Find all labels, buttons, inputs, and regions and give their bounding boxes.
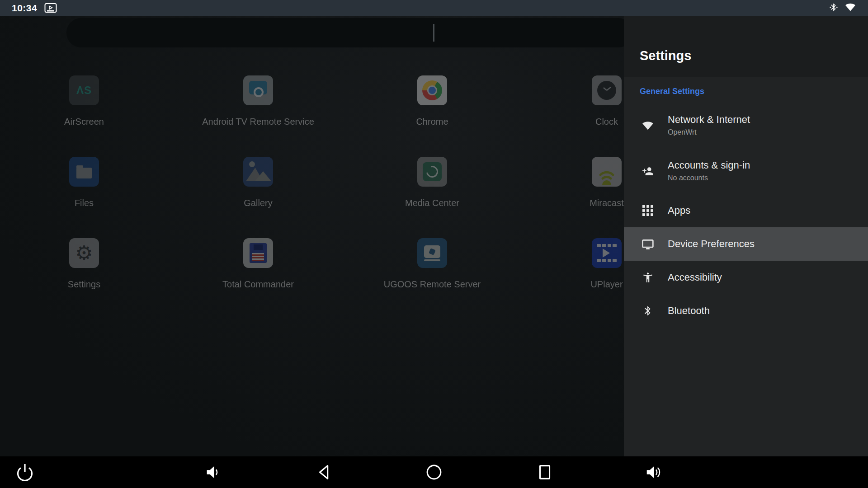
bluetooth-status-icon [829, 3, 838, 14]
wifi-status-icon [844, 2, 856, 14]
settings-item-device-preferences[interactable]: Device Preferences [624, 227, 868, 261]
tv-icon [642, 238, 654, 250]
app-gallery[interactable]: Gallery [190, 157, 326, 208]
app-label: AirScreen [16, 116, 152, 127]
item-sublabel: No accounts [668, 174, 750, 183]
home-button[interactable] [424, 462, 444, 483]
app-label: Files [16, 197, 152, 208]
app-label: Android TV Remote Service [190, 116, 326, 127]
app-ugoos-remote-server[interactable]: UGOOS Remote Server [364, 238, 500, 290]
app-settings[interactable]: ⚙ Settings [16, 238, 152, 290]
ugoos-icon [417, 238, 447, 268]
volume-down-button[interactable] [203, 462, 223, 483]
pip-play-icon [44, 3, 57, 14]
settings-gear-icon: ⚙ [69, 238, 99, 268]
airscreen-icon: ΛS [69, 75, 99, 105]
atv-remote-icon [243, 75, 273, 105]
settings-item-apps[interactable]: Apps [624, 194, 868, 227]
settings-panel-header: Settings [624, 16, 868, 77]
gallery-icon [243, 157, 273, 187]
app-label: Media Center [364, 197, 500, 208]
item-label: Network & Internet [668, 114, 750, 126]
miracast-icon [592, 157, 622, 187]
apps-grid-icon [642, 205, 654, 216]
app-chrome[interactable]: Chrome [364, 75, 500, 127]
recents-button[interactable] [534, 462, 555, 483]
item-label: Device Preferences [668, 238, 755, 250]
settings-item-accounts-sign-in[interactable]: Accounts & sign-in No accounts [624, 148, 868, 194]
settings-item-accessibility[interactable]: Accessibility [624, 261, 868, 294]
volume-up-button[interactable] [643, 462, 665, 483]
section-header-general-settings: General Settings [624, 87, 868, 103]
power-button[interactable] [14, 461, 36, 483]
settings-item-bluetooth[interactable]: Bluetooth [624, 294, 868, 328]
item-label: Apps [668, 205, 690, 216]
bluetooth-icon [642, 305, 654, 317]
accessibility-icon [642, 272, 654, 283]
uplayer-icon [592, 238, 622, 268]
clock-icon [592, 75, 622, 105]
app-airscreen[interactable]: ΛS AirScreen [16, 75, 152, 127]
item-sublabel: OpenWrt [668, 128, 750, 137]
app-label: Total Commander [190, 279, 326, 290]
app-total-commander[interactable]: Total Commander [190, 238, 326, 290]
panel-title: Settings [640, 48, 691, 63]
person-add-icon [642, 165, 654, 177]
app-media-center[interactable]: Media Center [364, 157, 500, 208]
item-label: Bluetooth [668, 305, 710, 317]
item-label: Accessibility [668, 272, 722, 283]
item-label: Accounts & sign-in [668, 160, 750, 171]
status-bar: 10:34 [0, 0, 868, 16]
app-label: UGOOS Remote Server [364, 279, 500, 290]
total-commander-icon [243, 238, 273, 268]
media-center-icon [417, 157, 447, 187]
app-label: Settings [16, 279, 152, 290]
chrome-icon [417, 75, 447, 105]
android-tv-home-screen: 10:34 [0, 0, 868, 488]
settings-panel: Settings General Settings Network & Inte… [624, 16, 868, 456]
app-files[interactable]: Files [16, 157, 152, 208]
settings-item-network-internet[interactable]: Network & Internet OpenWrt [624, 103, 868, 148]
wifi-icon [642, 120, 654, 131]
settings-list: General Settings Network & Internet Open… [624, 77, 868, 328]
back-button[interactable] [314, 462, 335, 483]
app-label: Chrome [364, 116, 500, 127]
app-android-tv-remote-service[interactable]: Android TV Remote Service [190, 75, 326, 127]
files-icon [69, 157, 99, 187]
app-label: Gallery [190, 197, 326, 208]
nav-bar [0, 456, 868, 488]
clock-time: 10:34 [12, 3, 37, 14]
